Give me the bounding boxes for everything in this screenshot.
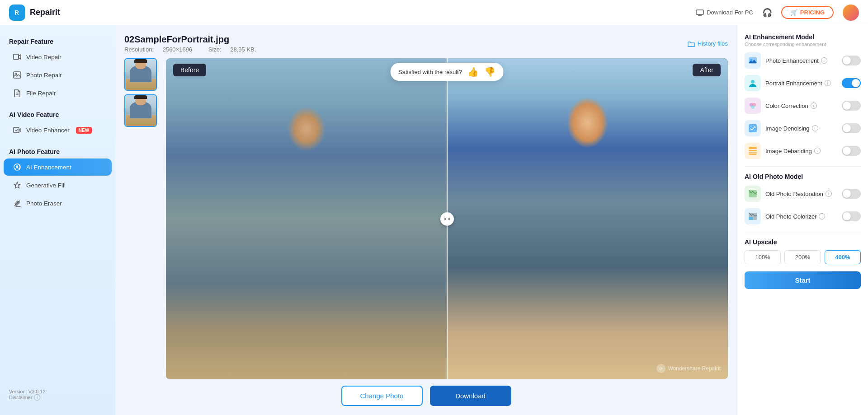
image-denoising-info[interactable]: i bbox=[812, 125, 818, 131]
version-text: Version: V3.0.12 bbox=[9, 389, 106, 394]
color-correction-info[interactable]: i bbox=[811, 103, 817, 109]
old-photo-restoration-info[interactable]: i bbox=[826, 191, 832, 197]
old-photo-model-title: AI Old Photo Model bbox=[745, 173, 861, 180]
old-photo-colorizer-info[interactable]: i bbox=[819, 213, 825, 219]
portrait-enhancement-row: Portrait Enhancement i bbox=[745, 75, 861, 91]
old-photo-restoration-knob bbox=[843, 190, 851, 198]
photo-repair-icon bbox=[13, 70, 22, 79]
new-badge: NEW bbox=[76, 127, 92, 134]
svg-point-24 bbox=[754, 130, 755, 131]
svg-point-7 bbox=[15, 73, 17, 75]
after-label: After bbox=[693, 64, 721, 76]
change-photo-button[interactable]: Change Photo bbox=[341, 386, 423, 406]
panel-divider-2 bbox=[745, 232, 861, 232]
image-denoising-icon bbox=[745, 120, 761, 136]
video-enhancer-icon bbox=[13, 126, 22, 135]
thumbs-down-button[interactable]: 👎 bbox=[484, 66, 495, 77]
file-repair-label: File Repair bbox=[26, 90, 56, 97]
thumbnail-1[interactable]: ✓ bbox=[124, 58, 157, 91]
image-debanding-toggle[interactable] bbox=[842, 146, 861, 156]
upscale-100-button[interactable]: 100% bbox=[745, 250, 781, 264]
svg-point-18 bbox=[751, 105, 755, 109]
color-correction-icon bbox=[745, 98, 761, 114]
old-photo-colorizer-row: Old Photo Colorizer i bbox=[745, 208, 861, 224]
center-content: 02SampleForPortrait.jpg Resolution: 2560… bbox=[115, 25, 737, 415]
ai-enhancement-model-subtitle: Choose corresponding enhancement bbox=[745, 42, 861, 47]
main-image-viewer: Before After bbox=[166, 58, 728, 379]
app-logo: R bbox=[9, 5, 25, 21]
svg-rect-6 bbox=[14, 72, 21, 78]
sidebar-item-photo-eraser[interactable]: Photo Eraser bbox=[4, 195, 112, 212]
old-photo-colorizer-knob bbox=[843, 212, 851, 220]
thumbnail-2[interactable]: ✓ bbox=[124, 94, 157, 127]
portrait-enhancement-label: Portrait Enhancement i bbox=[765, 80, 837, 87]
before-image bbox=[166, 58, 447, 379]
resolution-label: Resolution: 2560×1696 bbox=[124, 46, 201, 53]
svg-rect-5 bbox=[14, 54, 19, 60]
ai-upscale-title: AI Upscale bbox=[745, 238, 861, 246]
photo-enhancement-info[interactable]: i bbox=[821, 57, 827, 64]
user-avatar[interactable] bbox=[843, 5, 859, 21]
history-files-button[interactable]: History files bbox=[688, 40, 728, 47]
photo-repair-label: Photo Repair bbox=[26, 72, 62, 79]
download-for-pc-button[interactable]: Download For PC bbox=[696, 9, 753, 16]
svg-rect-10 bbox=[14, 127, 19, 133]
sidebar-item-photo-repair[interactable]: Photo Repair bbox=[4, 66, 112, 84]
after-side: After bbox=[447, 58, 728, 379]
photo-enhancement-toggle[interactable] bbox=[842, 56, 861, 65]
ai-enhancement-model-title: AI Enhancement Model bbox=[745, 33, 861, 41]
svg-rect-2 bbox=[696, 10, 703, 14]
image-debanding-info[interactable]: i bbox=[814, 148, 821, 154]
file-repair-icon bbox=[13, 89, 22, 98]
support-icon[interactable]: 🎧 bbox=[762, 8, 772, 18]
photo-eraser-icon bbox=[13, 199, 22, 208]
sidebar-item-video-enhancer[interactable]: Video Enhancer NEW bbox=[4, 121, 112, 139]
old-photo-colorizer-toggle[interactable] bbox=[842, 211, 861, 221]
old-photo-restoration-icon bbox=[745, 186, 761, 202]
before-side: Before bbox=[166, 58, 447, 379]
monitor-icon bbox=[696, 9, 704, 16]
sidebar-item-ai-enhancement[interactable]: AI AI Enhancement bbox=[4, 159, 112, 176]
download-button[interactable]: Download bbox=[430, 386, 511, 406]
image-debanding-knob bbox=[843, 147, 851, 155]
pricing-button[interactable]: 🛒 PRICING bbox=[781, 6, 834, 19]
photo-enhancement-knob bbox=[843, 56, 851, 65]
thumbnail-image-1 bbox=[125, 59, 156, 90]
portrait-enhancement-info[interactable]: i bbox=[825, 80, 831, 86]
color-correction-toggle[interactable] bbox=[842, 101, 861, 111]
sidebar: Repair Feature Video Repair Photo Repair bbox=[0, 25, 115, 415]
split-image: Before After bbox=[166, 58, 728, 379]
color-correction-knob bbox=[843, 102, 851, 110]
svg-point-22 bbox=[755, 127, 756, 128]
folder-icon bbox=[688, 41, 695, 47]
video-repair-icon bbox=[13, 52, 22, 61]
upscale-400-button[interactable]: 400% bbox=[825, 250, 861, 264]
thumbs-up-button[interactable]: 👍 bbox=[467, 66, 479, 77]
after-image bbox=[447, 58, 728, 379]
ai-photo-title: AI Photo Feature bbox=[0, 145, 115, 158]
svg-rect-29 bbox=[749, 217, 753, 220]
sidebar-item-generative-fill[interactable]: Generative Fill bbox=[4, 177, 112, 194]
start-button[interactable]: Start bbox=[745, 271, 861, 289]
old-photo-restoration-toggle[interactable] bbox=[842, 189, 861, 199]
sidebar-item-file-repair[interactable]: File Repair bbox=[4, 84, 112, 102]
history-files-label: History files bbox=[698, 40, 728, 47]
sidebar-bottom: Version: V3.0.12 Disclaimer i bbox=[0, 383, 115, 406]
bottom-actions: Change Photo Download bbox=[124, 386, 728, 406]
old-photo-colorizer-label: Old Photo Colorizer i bbox=[765, 213, 837, 220]
pricing-icon: 🛒 bbox=[790, 9, 797, 16]
right-panel: AI Enhancement Model Choose correspondin… bbox=[737, 25, 868, 415]
sidebar-item-video-repair[interactable]: Video Repair bbox=[4, 48, 112, 65]
photo-eraser-label: Photo Eraser bbox=[26, 200, 62, 207]
satisfaction-popup: Satisfied with the result? 👍 👎 bbox=[390, 63, 504, 81]
old-photo-colorizer-icon bbox=[745, 208, 761, 224]
video-repair-label: Video Repair bbox=[26, 54, 61, 61]
svg-rect-19 bbox=[749, 124, 757, 132]
svg-text:AI: AI bbox=[15, 165, 20, 170]
disclaimer-button[interactable]: Disclaimer i bbox=[9, 394, 106, 401]
upscale-200-button[interactable]: 200% bbox=[784, 250, 821, 264]
image-denoising-toggle[interactable] bbox=[842, 123, 861, 133]
portrait-enhancement-toggle[interactable] bbox=[842, 78, 861, 88]
image-denoising-knob bbox=[843, 124, 851, 132]
split-divider-handle[interactable] bbox=[440, 212, 454, 226]
